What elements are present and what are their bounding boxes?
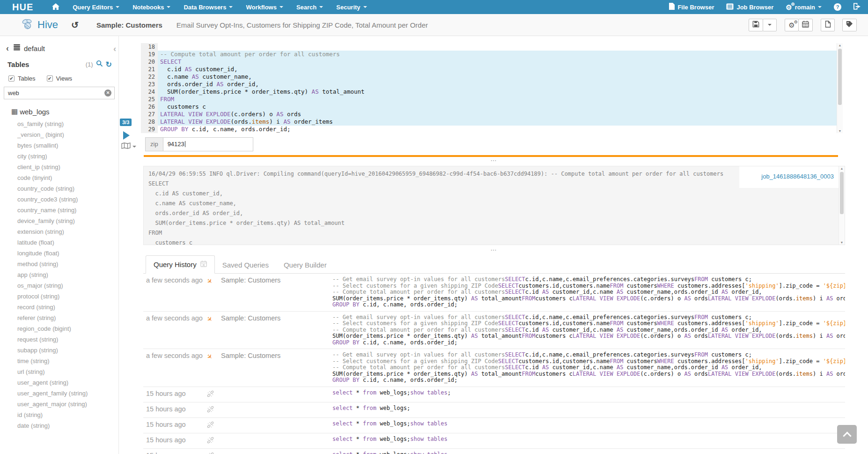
column-item[interactable]: country_code3 (string) — [0, 194, 118, 205]
schedule-button[interactable] — [798, 19, 813, 31]
logout-button[interactable] — [853, 0, 861, 14]
history-row[interactable]: a few seconds ago✈Sample: Customers-- Ge… — [143, 312, 845, 350]
scroll-down-icon[interactable]: ▼ — [837, 129, 843, 133]
nav-menu-workflows[interactable]: Workflows — [239, 0, 290, 14]
log-scrollbar[interactable]: ▲ ▼ — [839, 166, 845, 245]
tables-checkbox[interactable]: ✔ — [8, 75, 15, 82]
column-item[interactable]: app (string) — [0, 269, 118, 280]
scroll-up-icon[interactable]: ▲ — [839, 167, 845, 170]
tags-button[interactable] — [842, 19, 857, 31]
help-button[interactable]: ? — [834, 0, 841, 14]
column-item[interactable]: device_family (string) — [0, 216, 118, 226]
clear-search-icon[interactable]: ✕ — [104, 89, 111, 97]
editor-scrollbar[interactable]: ▲ ▼ — [837, 43, 843, 133]
history-row[interactable]: 15 hours ago select * from web_logs;show… — [143, 387, 845, 402]
log-output[interactable]: 16/04/29 06:59:55 INFO ql.Driver: Compil… — [143, 166, 845, 245]
back-chevron-icon[interactable]: ‹ — [6, 44, 9, 53]
job-link[interactable]: job_1461888648136_0003 — [761, 173, 834, 180]
history-row[interactable]: 15 hours ago select * from web_logs;show… — [143, 433, 845, 449]
editor-code: ords.order_id AS order_id, — [158, 81, 843, 88]
column-item[interactable]: id (string) — [0, 409, 118, 420]
database-name[interactable]: default — [24, 45, 45, 52]
history-sql-preview: select * from web_logs;show tables — [332, 452, 845, 454]
nav-menu-security[interactable]: Security — [330, 0, 373, 14]
collapse-panel-icon[interactable]: ‹ — [113, 44, 116, 54]
resize-handle[interactable]: ⋯ — [119, 248, 868, 253]
column-item[interactable]: _version_ (bigint) — [0, 129, 118, 140]
calendar-x-icon[interactable] — [200, 260, 207, 268]
app-name[interactable]: Hive — [37, 19, 58, 31]
history-sql-preview: select * from web_logs;show tables — [332, 436, 845, 446]
column-item[interactable]: protocol (string) — [0, 291, 118, 302]
column-item[interactable]: user_agent_family (string) — [0, 388, 118, 399]
views-checkbox[interactable]: ✔ — [47, 75, 53, 82]
nav-menu-label: Query Editors — [73, 4, 113, 11]
column-item[interactable]: country_code (string) — [0, 183, 118, 194]
column-item[interactable]: latitude (float) — [0, 237, 118, 248]
table-name: web_logs — [20, 108, 49, 116]
tab-query-builder[interactable]: Query Builder — [276, 256, 334, 274]
history-row[interactable]: 15 hours ago select * from web_logs;show… — [143, 418, 845, 433]
search-icon[interactable] — [96, 60, 103, 69]
scroll-up-icon[interactable]: ▲ — [837, 44, 843, 47]
user-menu[interactable]: ⚙⚙ romain — [786, 0, 822, 14]
tables-filter-toggle[interactable]: ✔ Tables — [8, 75, 36, 82]
app-toolbar: Hive ↺ Sample: Customers Email Survey Op… — [0, 14, 868, 36]
explain-menu-button[interactable] — [121, 142, 136, 151]
settings-button[interactable]: ⚙⚙ — [785, 19, 799, 31]
table-search-input[interactable]: web ✕ — [4, 87, 115, 99]
new-query-button[interactable] — [821, 19, 835, 31]
column-item[interactable]: referer (string) — [0, 313, 118, 323]
refresh-icon[interactable]: ↻ — [106, 60, 112, 69]
column-item[interactable]: city (string) — [0, 151, 118, 162]
nav-menu-search[interactable]: Search — [290, 0, 330, 14]
sql-editor[interactable]: 1819-- Compute total amount per order fo… — [141, 43, 843, 133]
column-item[interactable]: subapp (string) — [0, 345, 118, 356]
column-item[interactable]: user_agent_major (string) — [0, 399, 118, 409]
scroll-down-icon[interactable]: ▼ — [839, 241, 845, 244]
column-item[interactable]: request (string) — [0, 334, 118, 345]
history-row[interactable]: 15 hours ago select * from web_logs; — [143, 402, 845, 418]
column-item[interactable]: url (string) — [0, 366, 118, 377]
column-item[interactable]: os_major (string) — [0, 280, 118, 291]
table-item-web-logs[interactable]: ▦ web_logs — [0, 99, 118, 116]
zip-variable-input[interactable]: 94123 — [163, 137, 253, 151]
nav-menu-data-browsers[interactable]: Data Browsers — [177, 0, 239, 14]
history-row[interactable]: a few seconds ago✈Sample: Customers-- Ge… — [143, 349, 845, 387]
history-icon[interactable]: ↺ — [71, 20, 79, 30]
column-item[interactable]: code (tinyint) — [0, 172, 118, 183]
views-filter-toggle[interactable]: ✔ Views — [47, 75, 72, 82]
tab-saved-queries[interactable]: Saved Queries — [215, 256, 276, 274]
username: romain — [795, 4, 815, 11]
history-row[interactable]: a few seconds ago✈Sample: Customers-- Ge… — [143, 274, 845, 312]
column-item[interactable]: time (string) — [0, 356, 118, 366]
resize-handle[interactable]: ⋯ — [119, 158, 868, 163]
column-item[interactable]: record (string) — [0, 302, 118, 313]
home-button[interactable] — [45, 0, 66, 14]
nav-menu-query-editors[interactable]: Query Editors — [66, 0, 126, 14]
column-item[interactable]: bytes (smallint) — [0, 140, 118, 151]
job-panel: job_1461888648136_0003 — [739, 166, 839, 188]
hue-logo[interactable]: HUE — [0, 2, 45, 13]
execute-button[interactable] — [123, 131, 130, 140]
history-row[interactable]: 15 hours ago select * from web_logs;show… — [143, 449, 845, 454]
file-browser-button[interactable]: File Browser — [669, 0, 714, 14]
assist-panel: ‹ default Tables (1) ↻ ✔ Tables ✔ Views … — [0, 36, 119, 454]
job-browser-button[interactable]: Job Browser — [726, 0, 773, 14]
tab-query-history[interactable]: Query History — [146, 255, 215, 274]
column-item[interactable]: country_name (string) — [0, 205, 118, 216]
save-dropdown-button[interactable] — [763, 19, 777, 31]
column-item[interactable]: region_code (bigint) — [0, 323, 118, 334]
column-item[interactable]: method (string) — [0, 259, 118, 269]
nav-menu-notebooks[interactable]: Notebooks — [126, 0, 177, 14]
column-item[interactable]: user_agent (string) — [0, 377, 118, 388]
column-item[interactable]: os_family (string) — [0, 119, 118, 129]
column-item[interactable]: client_ip (string) — [0, 162, 118, 172]
column-item[interactable]: date (string) — [0, 420, 118, 431]
query-title[interactable]: Sample: Customers — [96, 21, 162, 29]
save-button[interactable] — [749, 19, 763, 31]
scroll-to-top-button[interactable] — [837, 425, 857, 444]
column-item[interactable]: extension (string) — [0, 226, 118, 237]
column-item[interactable]: longitude (float) — [0, 248, 118, 259]
chevron-down-icon — [229, 6, 233, 8]
